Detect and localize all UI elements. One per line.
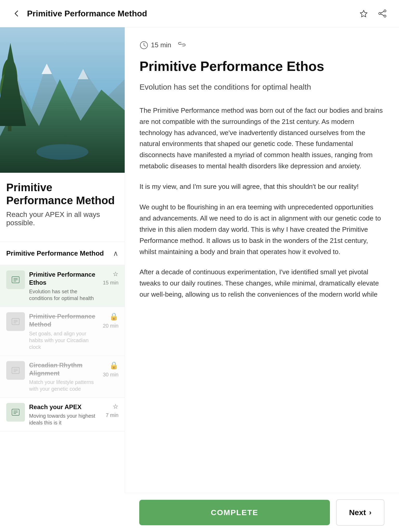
lesson-item[interactable]: Primitive Performance Method Set goals, … — [0, 307, 125, 356]
lesson-item[interactable]: Primitive Performance Ethos Evolution ha… — [0, 265, 125, 307]
lesson-thumbnail — [6, 270, 25, 289]
svg-rect-10 — [8, 79, 11, 131]
hero-image — [0, 27, 125, 173]
lesson-details: Circadian Rhythm Alignment Match your li… — [29, 361, 99, 392]
lesson-details: Reach your APEX Moving towards your high… — [29, 403, 102, 426]
svg-point-3 — [384, 15, 386, 17]
lesson-thumbnail — [6, 312, 25, 331]
back-button[interactable] — [10, 7, 23, 20]
article-paragraph: We ought to be flourishing in an era tee… — [139, 202, 384, 257]
svg-line-4 — [381, 11, 384, 13]
lesson-details: Primitive Performance Method Set goals, … — [29, 312, 99, 350]
next-label: Next — [349, 508, 366, 517]
course-info: Primitive Performance Method Reach your … — [0, 173, 125, 235]
article-paragraph: The Primitive Performance method was bor… — [139, 105, 384, 172]
svg-marker-0 — [360, 10, 367, 17]
lesson-duration: 7 min — [106, 412, 118, 418]
lesson-thumbnail — [6, 361, 25, 380]
svg-line-33 — [144, 45, 145, 46]
duration-badge: 15 min — [139, 41, 171, 50]
share-button[interactable] — [376, 7, 389, 20]
lock-icon: 🔒 — [109, 312, 118, 321]
lesson-description: Match your lifestyle patterns with your … — [29, 379, 99, 392]
accordion: Primitive Performance Method ∧ — [0, 242, 125, 431]
right-panel: 15 min Primitive Performance Ethos Evolu… — [125, 27, 399, 528]
lesson-description: Set goals, and align your habits with yo… — [29, 330, 99, 350]
lesson-duration: 15 min — [103, 280, 118, 286]
lesson-list: Primitive Performance Ethos Evolution ha… — [0, 265, 125, 431]
lesson-duration: 20 min — [103, 323, 118, 329]
chevron-right-icon: › — [369, 508, 371, 517]
next-button[interactable]: Next › — [336, 499, 384, 526]
svg-line-5 — [381, 14, 384, 16]
article-link-button[interactable] — [177, 40, 186, 50]
bookmark-button[interactable] — [357, 7, 370, 20]
course-title: Primitive Performance Method — [6, 181, 118, 207]
article-meta: 15 min — [139, 40, 384, 50]
favorite-icon[interactable]: ☆ — [113, 270, 118, 278]
course-subtitle: Reach your APEX in all ways possible. — [6, 210, 118, 227]
lesson-name: Primitive Performance Method — [29, 312, 99, 328]
main-layout: Primitive Performance Method Reach your … — [0, 27, 399, 528]
svg-point-1 — [384, 10, 386, 12]
lesson-item[interactable]: Reach your APEX Moving towards your high… — [0, 398, 125, 431]
lesson-description: Moving towards your highest ideals this … — [29, 413, 102, 426]
lesson-description: Evolution has set the conditions for opt… — [29, 288, 99, 302]
svg-point-12 — [0, 74, 10, 105]
lesson-meta: 🔒 20 min — [103, 312, 118, 329]
lesson-meta: ☆ 7 min — [106, 403, 118, 418]
article-body: The Primitive Performance method was bor… — [139, 105, 384, 300]
article-paragraph: It is my view, and I'm sure you will agr… — [139, 181, 384, 192]
header-left: Primitive Performance Method — [10, 7, 147, 20]
svg-point-11 — [2, 58, 17, 100]
accordion-header[interactable]: Primitive Performance Method ∧ — [0, 242, 125, 265]
lesson-thumbnail — [6, 403, 25, 422]
lesson-name: Reach your APEX — [29, 403, 102, 411]
lesson-name: Circadian Rhythm Alignment — [29, 361, 99, 377]
lesson-details: Primitive Performance Ethos Evolution ha… — [29, 270, 99, 302]
lock-icon: 🔒 — [109, 361, 118, 370]
duration-text: 15 min — [151, 41, 171, 49]
favorite-icon[interactable]: ☆ — [113, 403, 118, 410]
complete-button[interactable]: COMPLETE — [139, 500, 330, 525]
svg-point-9 — [36, 144, 88, 160]
article-paragraph: After a decade of continuous experimenta… — [139, 267, 384, 300]
left-panel: Primitive Performance Method Reach your … — [0, 27, 125, 528]
svg-point-2 — [379, 12, 381, 15]
lesson-meta: ☆ 15 min — [103, 270, 118, 286]
article-subtitle: Evolution has set the conditions for opt… — [139, 82, 384, 92]
bottom-bar: COMPLETE Next › — [125, 493, 399, 532]
header-actions — [357, 7, 389, 20]
lesson-item[interactable]: Circadian Rhythm Alignment Match your li… — [0, 356, 125, 398]
bottom-spacer — [139, 309, 384, 346]
app-header: Primitive Performance Method — [0, 0, 399, 27]
article-title: Primitive Performance Ethos — [139, 59, 384, 74]
lesson-duration: 30 min — [103, 372, 118, 378]
chevron-up-icon: ∧ — [113, 249, 118, 258]
lesson-name: Primitive Performance Ethos — [29, 270, 99, 287]
accordion-title: Primitive Performance Method — [6, 249, 104, 257]
lesson-meta: 🔒 30 min — [103, 361, 118, 378]
header-title: Primitive Performance Method — [27, 9, 147, 18]
